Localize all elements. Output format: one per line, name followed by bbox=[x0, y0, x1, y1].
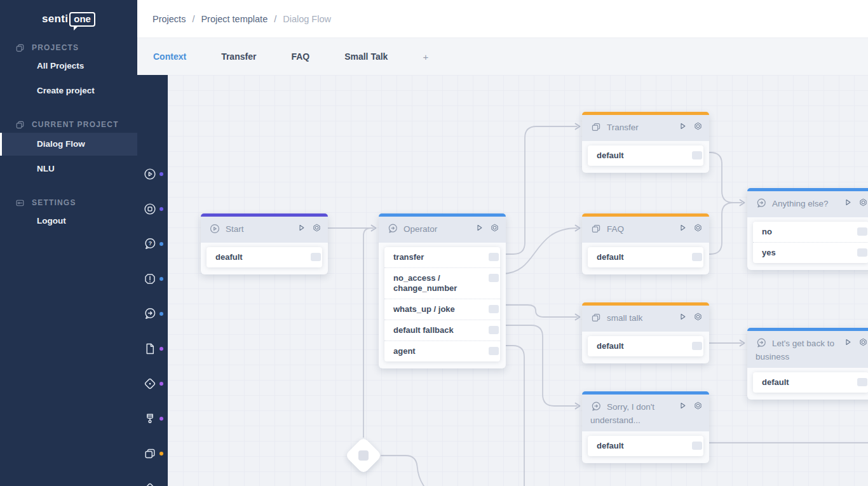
flow-node-anything-else[interactable]: Anything else? no yes bbox=[747, 188, 868, 270]
tab-faq[interactable]: FAQ bbox=[291, 51, 309, 62]
node-body: default bbox=[582, 332, 709, 363]
node-settings-icon[interactable] bbox=[858, 337, 868, 347]
node-output-item[interactable]: default bbox=[588, 336, 703, 356]
add-tab-button[interactable]: + bbox=[423, 51, 428, 62]
output-port[interactable] bbox=[489, 305, 499, 313]
node-header[interactable]: Start bbox=[201, 217, 328, 243]
run-node-icon[interactable] bbox=[678, 223, 688, 233]
run-node-icon[interactable] bbox=[678, 312, 688, 321]
tool-color-dot bbox=[159, 207, 163, 211]
output-port[interactable] bbox=[692, 253, 702, 261]
node-output-item[interactable]: default fallback bbox=[384, 320, 500, 341]
palette-tool-brush[interactable] bbox=[137, 412, 168, 426]
node-settings-icon[interactable] bbox=[490, 223, 499, 233]
palette-tool-say[interactable] bbox=[137, 307, 168, 321]
output-port[interactable] bbox=[489, 326, 499, 334]
output-port[interactable] bbox=[857, 378, 867, 386]
output-port[interactable] bbox=[489, 253, 499, 261]
node-settings-icon[interactable] bbox=[858, 198, 868, 207]
stop-circle-icon bbox=[143, 202, 157, 216]
breadcrumb-dialog-flow: Dialog Flow bbox=[283, 14, 331, 24]
sidebar-item-logout[interactable]: Logout bbox=[0, 210, 137, 233]
output-port[interactable] bbox=[692, 342, 702, 350]
node-item-label: default bbox=[597, 341, 624, 351]
node-header[interactable]: Operator bbox=[379, 217, 506, 243]
node-output-item[interactable]: yes bbox=[753, 242, 868, 263]
palette-tool-start[interactable] bbox=[137, 167, 168, 181]
section-label: PROJECTS bbox=[32, 43, 79, 52]
node-settings-icon[interactable] bbox=[312, 223, 322, 233]
palette-tool-stop[interactable] bbox=[137, 202, 168, 216]
sidebar-item-nlu[interactable]: NLU bbox=[0, 158, 137, 180]
run-node-icon[interactable] bbox=[678, 121, 688, 131]
palette-tool-document[interactable] bbox=[137, 342, 168, 356]
flow-node-operator[interactable]: Operator transfer no_access / change_num… bbox=[379, 213, 506, 368]
sidebar-item-dialog-flow[interactable]: Dialog Flow bbox=[0, 133, 137, 156]
tab-transfer[interactable]: Transfer bbox=[221, 51, 256, 62]
node-settings-icon[interactable] bbox=[693, 401, 703, 410]
node-output-item[interactable]: transfer bbox=[384, 247, 500, 267]
node-title: Transfer bbox=[607, 123, 639, 132]
node-output-item[interactable]: default bbox=[753, 372, 868, 393]
output-port[interactable] bbox=[692, 151, 702, 159]
palette-tool-warning[interactable] bbox=[137, 272, 168, 286]
node-output-item[interactable]: default bbox=[588, 247, 703, 267]
edge-whatsup-smalltalk bbox=[502, 305, 577, 317]
palette-tool-question[interactable]: ? bbox=[137, 237, 168, 251]
node-output-item[interactable]: default bbox=[588, 145, 703, 166]
node-output-item[interactable]: default bbox=[588, 436, 703, 456]
sidebar-section-current-project: CURRENT PROJECT bbox=[15, 118, 119, 131]
breadcrumb-project-template[interactable]: Project template bbox=[201, 14, 268, 24]
palette-tool-decision[interactable] bbox=[137, 377, 168, 391]
flow-node-small-talk[interactable]: small talk default bbox=[582, 302, 709, 363]
output-port[interactable] bbox=[857, 227, 867, 236]
tool-color-dot bbox=[159, 312, 163, 316]
node-output-item[interactable]: no_access / change_number bbox=[384, 267, 500, 299]
warning-octagon-icon bbox=[143, 272, 157, 286]
output-port[interactable] bbox=[692, 442, 702, 450]
node-header[interactable]: Sorry, I don't understand... bbox=[582, 395, 709, 431]
node-header[interactable]: FAQ bbox=[582, 217, 709, 243]
flow-node-lets-get-back[interactable]: Let's get back to business default bbox=[747, 328, 868, 400]
node-item-label: default bbox=[762, 377, 789, 387]
node-output-item[interactable]: agent bbox=[384, 341, 500, 361]
palette-tool-subflow[interactable] bbox=[137, 447, 168, 461]
node-settings-icon[interactable] bbox=[693, 312, 703, 321]
node-header[interactable]: Anything else? bbox=[747, 191, 868, 217]
run-node-icon[interactable] bbox=[678, 401, 688, 410]
flow-node-sorry[interactable]: Sorry, I don't understand... default bbox=[582, 391, 709, 463]
node-settings-icon[interactable] bbox=[693, 223, 703, 233]
node-item-label: agent bbox=[393, 346, 416, 356]
run-node-icon[interactable] bbox=[843, 198, 853, 207]
node-header[interactable]: small talk bbox=[582, 306, 709, 332]
node-item-label: default bbox=[597, 151, 624, 160]
sidebar-item-all-projects[interactable]: All Projects bbox=[0, 55, 137, 78]
run-node-icon[interactable] bbox=[843, 337, 853, 347]
play-circle-icon bbox=[209, 223, 220, 237]
palette-tool-goto[interactable] bbox=[137, 482, 168, 486]
run-node-icon[interactable] bbox=[475, 223, 484, 233]
node-output-item[interactable]: no bbox=[753, 222, 868, 242]
tab-context[interactable]: Context bbox=[153, 51, 186, 62]
copy-blocks-icon bbox=[590, 312, 602, 326]
run-node-icon[interactable] bbox=[297, 223, 306, 233]
edge-junction-down bbox=[381, 456, 424, 486]
node-output-item[interactable]: deafult bbox=[207, 247, 322, 267]
output-port[interactable] bbox=[311, 253, 321, 261]
sidebar-item-create-project[interactable]: Create project bbox=[0, 79, 137, 102]
node-header[interactable]: Transfer bbox=[582, 115, 709, 141]
output-port[interactable] bbox=[489, 274, 499, 282]
flow-node-transfer[interactable]: Transfer default bbox=[582, 112, 709, 173]
flow-node-faq[interactable]: FAQ default bbox=[582, 213, 709, 274]
node-settings-icon[interactable] bbox=[693, 121, 703, 131]
flow-canvas[interactable]: Start deafult Operator transfer no_acces… bbox=[168, 75, 868, 486]
node-output-item[interactable]: whats_up / joke bbox=[384, 299, 500, 320]
tab-small-talk[interactable]: Small Talk bbox=[344, 51, 388, 62]
breadcrumb-separator: / bbox=[274, 14, 276, 24]
breadcrumb-projects[interactable]: Projects bbox=[153, 14, 186, 24]
output-port[interactable] bbox=[857, 248, 867, 257]
node-header[interactable]: Let's get back to business bbox=[747, 331, 868, 368]
output-port[interactable] bbox=[489, 347, 499, 355]
flow-node-start[interactable]: Start deafult bbox=[201, 213, 328, 274]
logo-text-senti: senti bbox=[42, 13, 68, 25]
